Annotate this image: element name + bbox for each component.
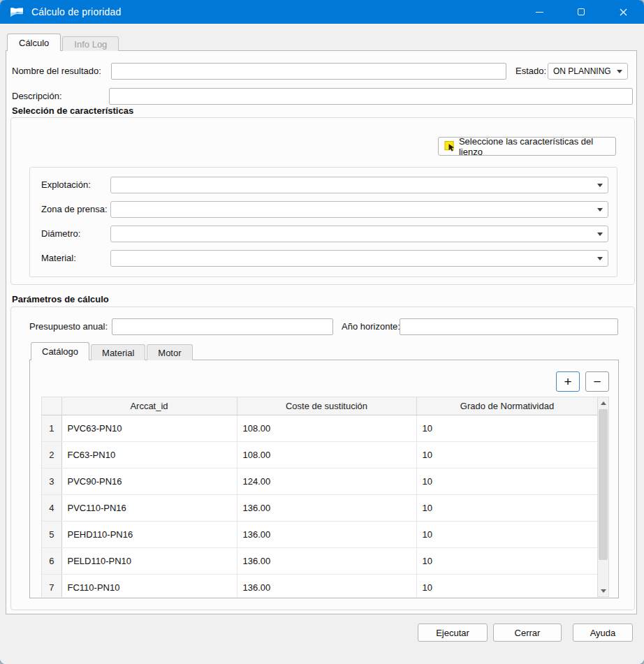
chevron-down-icon bbox=[597, 257, 603, 260]
cell-arccat-id[interactable]: PVC63-PN10 bbox=[61, 415, 237, 441]
scroll-up-button[interactable] bbox=[598, 397, 608, 408]
row-number[interactable]: 5 bbox=[42, 521, 61, 547]
row-number[interactable]: 4 bbox=[42, 494, 61, 521]
diametro-combo[interactable] bbox=[110, 226, 608, 242]
tab-calculo[interactable]: Cálculo bbox=[7, 34, 61, 51]
cell-grado[interactable]: 10 bbox=[416, 547, 597, 574]
cerrar-button[interactable]: Cerrar bbox=[493, 624, 562, 642]
dialog-body: Cálculo Info Log Nombre del resultado: E… bbox=[0, 24, 644, 664]
arrow-down-icon bbox=[601, 589, 606, 593]
cell-grado[interactable]: 10 bbox=[416, 415, 597, 441]
zona-prensa-combo[interactable] bbox=[110, 201, 608, 218]
minimize-button[interactable] bbox=[518, 0, 560, 24]
horizonte-label: Año horizonte: bbox=[342, 318, 400, 335]
table-row: 4 PVC110-PN16 136.00 10 bbox=[42, 494, 597, 521]
select-canvas-features-button[interactable]: Seleccione las características del lienz… bbox=[438, 137, 616, 156]
cell-grado[interactable]: 10 bbox=[416, 441, 597, 468]
row-number[interactable]: 6 bbox=[42, 547, 61, 574]
window-controls bbox=[518, 0, 644, 24]
row-number[interactable]: 3 bbox=[42, 468, 61, 494]
col-header-grado[interactable]: Grado de Normatividad bbox=[416, 397, 597, 415]
table-row: 5 PEHD110-PN16 136.00 10 bbox=[42, 521, 597, 547]
material-combo[interactable] bbox=[110, 250, 608, 267]
title-bar[interactable]: Cálculo de prioridad bbox=[0, 0, 644, 24]
row-number[interactable]: 2 bbox=[42, 441, 61, 468]
tab-info-log[interactable]: Info Log bbox=[62, 36, 119, 51]
presupuesto-input[interactable] bbox=[112, 318, 333, 335]
cell-coste[interactable]: 136.00 bbox=[237, 521, 416, 547]
remove-row-button[interactable]: − bbox=[585, 371, 609, 392]
cell-coste[interactable]: 136.00 bbox=[237, 547, 416, 574]
app-icon bbox=[9, 6, 24, 18]
estado-label: Estado: bbox=[515, 63, 546, 80]
dialog-window: Cálculo de prioridad Cálculo Info Log No… bbox=[0, 0, 644, 664]
row-number[interactable]: 1 bbox=[42, 415, 61, 441]
chevron-down-icon bbox=[597, 233, 603, 236]
cell-grado[interactable]: 10 bbox=[416, 494, 597, 521]
close-button[interactable] bbox=[602, 0, 644, 24]
calculo-tab-panel: Nombre del resultado: Estado: ON PLANNIN… bbox=[6, 50, 637, 614]
cell-coste[interactable]: 108.00 bbox=[237, 441, 416, 468]
cell-arccat-id[interactable]: FC63-PN10 bbox=[61, 441, 237, 468]
ayuda-button[interactable]: Ayuda bbox=[573, 624, 633, 642]
table-row: 3 PVC90-PN16 124.00 10 bbox=[42, 468, 597, 494]
descripcion-input[interactable] bbox=[109, 88, 633, 105]
nombre-label: Nombre del resultado: bbox=[12, 63, 101, 80]
cell-arccat-id[interactable]: PEHD110-PN16 bbox=[61, 521, 237, 547]
row-number[interactable]: 7 bbox=[42, 574, 61, 597]
table-row: 1 PVC63-PN10 108.00 10 bbox=[42, 415, 597, 441]
select-canvas-features-label: Seleccione las características del lienz… bbox=[459, 136, 610, 157]
cell-grado[interactable]: 10 bbox=[416, 521, 597, 547]
explotacion-label: Explotación: bbox=[41, 177, 91, 193]
table-scrollbar[interactable] bbox=[597, 397, 609, 597]
explotacion-combo[interactable] bbox=[110, 177, 608, 193]
tab-motor[interactable]: Motor bbox=[147, 344, 192, 360]
horizonte-input[interactable] bbox=[400, 318, 618, 335]
cell-grado[interactable]: 10 bbox=[416, 574, 597, 597]
add-row-button[interactable]: + bbox=[556, 371, 580, 392]
zona-prensa-label: Zona de prensa: bbox=[41, 201, 108, 218]
chevron-down-icon bbox=[597, 208, 603, 212]
col-header-coste[interactable]: Coste de sustitución bbox=[237, 397, 416, 415]
diametro-label: Diámetro: bbox=[41, 226, 80, 242]
window-title: Cálculo de prioridad bbox=[31, 6, 122, 17]
catalog-table-wrap: Arccat_id Coste de sustitución Grado de … bbox=[41, 397, 597, 597]
table-row: 2 FC63-PN10 108.00 10 bbox=[42, 441, 597, 468]
cell-arccat-id[interactable]: PELD110-PN10 bbox=[61, 547, 237, 574]
col-header-arccat-id[interactable]: Arccat_id bbox=[61, 397, 237, 415]
material-label: Material: bbox=[41, 250, 76, 267]
canvas-select-icon bbox=[444, 140, 456, 153]
estado-value: ON PLANNING bbox=[553, 66, 611, 76]
close-icon bbox=[620, 8, 627, 16]
feature-filter-panel: Explotación: Zona de prensa: Diámetro: bbox=[29, 167, 617, 277]
chevron-down-icon bbox=[597, 184, 603, 187]
table-row: 7 FC110-PN10 136.00 10 bbox=[42, 574, 597, 597]
cell-coste[interactable]: 108.00 bbox=[237, 415, 416, 441]
table-header-row: Arccat_id Coste de sustitución Grado de … bbox=[42, 397, 597, 415]
scroll-down-button[interactable] bbox=[598, 585, 608, 596]
cell-arccat-id[interactable]: PVC110-PN16 bbox=[61, 494, 237, 521]
parametros-section-title: Parámetros de cálculo bbox=[12, 294, 109, 304]
catalog-table-area: Arccat_id Coste de sustitución Grado de … bbox=[41, 397, 609, 597]
cell-arccat-id[interactable]: PVC90-PN16 bbox=[61, 468, 237, 494]
cell-coste[interactable]: 124.00 bbox=[237, 468, 416, 494]
minimize-icon bbox=[536, 12, 543, 13]
maximize-button[interactable] bbox=[560, 0, 602, 24]
estado-combo[interactable]: ON PLANNING bbox=[548, 63, 628, 80]
parametros-groupbox: Presupuesto anual: Año horizonte: Catálo… bbox=[10, 307, 635, 610]
chevron-down-icon bbox=[617, 70, 622, 73]
tab-material[interactable]: Material bbox=[91, 344, 145, 360]
descripcion-label: Descripción: bbox=[12, 88, 62, 105]
nombre-input[interactable] bbox=[111, 63, 506, 80]
seleccion-section-title: Selección de características bbox=[12, 105, 133, 116]
scrollbar-thumb[interactable] bbox=[599, 409, 608, 560]
arrow-up-icon bbox=[601, 401, 606, 405]
ejecutar-button[interactable]: Ejecutar bbox=[418, 624, 488, 642]
cell-coste[interactable]: 136.00 bbox=[237, 574, 416, 597]
cell-arccat-id[interactable]: FC110-PN10 bbox=[61, 574, 237, 597]
cell-grado[interactable]: 10 bbox=[416, 468, 597, 494]
tab-catalogo[interactable]: Catálogo bbox=[31, 342, 89, 360]
catalog-table: Arccat_id Coste de sustitución Grado de … bbox=[42, 397, 597, 597]
table-corner[interactable] bbox=[42, 397, 61, 415]
cell-coste[interactable]: 136.00 bbox=[237, 494, 416, 521]
